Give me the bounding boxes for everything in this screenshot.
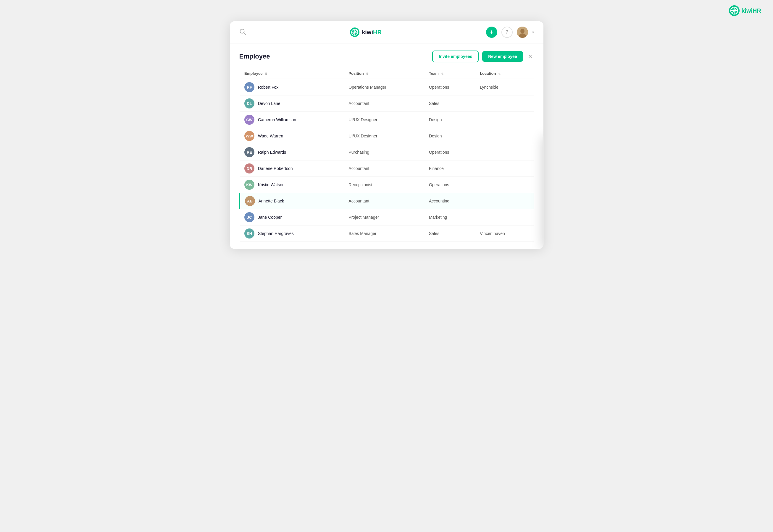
employee-team: Sales: [424, 95, 475, 112]
svg-line-7: [244, 33, 246, 35]
sort-icon-team[interactable]: ⇅: [441, 72, 443, 75]
col-position: Position ⇅: [344, 68, 424, 79]
employee-location: Lynchside: [475, 79, 534, 95]
col-location: Location ⇅: [475, 68, 534, 79]
employee-name: Jane Cooper: [258, 215, 282, 220]
employee-name: Darlene Robertson: [258, 166, 293, 171]
employee-location: [475, 112, 534, 128]
top-bar: kiwiHR: [0, 0, 773, 21]
employee-team: Operations: [424, 144, 475, 160]
sort-icon-employee[interactable]: ⇅: [265, 72, 267, 75]
employee-team: Design: [424, 112, 475, 128]
employee-position: Purchasing: [344, 144, 424, 160]
table-row[interactable]: SH Stephan Hargraves Sales ManagerSalesV…: [240, 226, 534, 242]
employee-name-cell: CW Cameron Williamson: [240, 112, 344, 128]
employee-name: Stephan Hargraves: [258, 231, 294, 236]
employee-avatar: SH: [244, 228, 255, 239]
employee-avatar: RF: [244, 82, 255, 92]
employee-name: Robert Fox: [258, 85, 278, 90]
col-employee: Employee ⇅: [240, 68, 344, 79]
table-row[interactable]: DR Darlene Robertson AccountantFinance: [240, 160, 534, 177]
employee-position: Recepcionist: [344, 177, 424, 193]
table-row[interactable]: CW Cameron Williamson UI/UX DesignerDesi…: [240, 112, 534, 128]
employee-team: Operations: [424, 79, 475, 95]
employee-position: Accountant: [344, 160, 424, 177]
employee-name-cell: JC Jane Cooper: [240, 209, 344, 226]
employee-name-cell: DR Darlene Robertson: [240, 160, 344, 177]
employee-name-cell: KW Kristin Watson: [240, 177, 344, 193]
top-logo: kiwiHR: [729, 5, 761, 16]
employee-avatar: DL: [244, 98, 255, 108]
employee-name: Cameron Williamson: [258, 117, 296, 122]
logo-bold: kiwi: [741, 7, 753, 14]
table-row[interactable]: AB Annette Black AccountantAccounting An…: [240, 193, 534, 209]
employee-location: [475, 177, 534, 193]
table-row[interactable]: RF Robert Fox Operations ManagerOperatio…: [240, 79, 534, 95]
svg-point-15: [520, 29, 524, 33]
employee-team: Finance: [424, 160, 475, 177]
table-row[interactable]: DL Devon Lane AccountantSales: [240, 95, 534, 112]
employee-position: UI/UX Designer: [344, 112, 424, 128]
help-button[interactable]: ?: [501, 27, 513, 38]
table-row[interactable]: RE Ralph Edwards PurchasingOperations: [240, 144, 534, 160]
employee-location: [475, 144, 534, 160]
table-row[interactable]: KW Kristin Watson RecepcionistOperations: [240, 177, 534, 193]
header-logo-accent: HR: [373, 29, 382, 35]
header-logo-text: kiwiHR: [362, 29, 382, 36]
employee-position: Accountant: [344, 193, 424, 209]
employee-position: Project Manager: [344, 209, 424, 226]
section-title: Employee: [239, 53, 270, 60]
employee-avatar: KW: [244, 180, 255, 190]
employee-avatar: DR: [244, 163, 255, 173]
app-window: kiwiHR + ? ▾ Employee Inv: [230, 21, 543, 249]
employee-avatar: CW: [244, 115, 255, 125]
employee-team: Design: [424, 128, 475, 144]
employee-name-cell: AB Annette Black: [240, 193, 344, 209]
employee-name-cell: WW Wade Warren: [240, 128, 344, 144]
search-icon[interactable]: [239, 28, 246, 36]
employee-location: [475, 95, 534, 112]
table-row[interactable]: JC Jane Cooper Project ManagerMarketing: [240, 209, 534, 226]
invite-employees-button[interactable]: Invite employees: [432, 51, 479, 62]
employee-avatar: WW: [244, 131, 255, 141]
employee-name: Ralph Edwards: [258, 150, 286, 155]
employee-avatar: RE: [244, 147, 255, 157]
kiwi-logo-icon-top: [729, 5, 740, 16]
sort-icon-position[interactable]: ⇅: [366, 72, 368, 75]
employee-name-cell: DL Devon Lane: [240, 95, 344, 112]
close-button[interactable]: ✕: [526, 52, 534, 61]
table-row[interactable]: WW Wade Warren UI/UX DesignerDesign: [240, 128, 534, 144]
top-logo-text: kiwiHR: [741, 7, 761, 14]
employee-position: UI/UX Designer: [344, 128, 424, 144]
kiwi-logo-icon: [350, 27, 359, 37]
new-employee-button[interactable]: New employee: [482, 51, 523, 62]
user-avatar[interactable]: [517, 27, 528, 38]
header-buttons: Invite employees New employee ✕: [432, 51, 534, 62]
help-icon: ?: [505, 30, 508, 35]
employee-name: Devon Lane: [258, 101, 281, 106]
employee-table: Employee ⇅ Position ⇅ Team ⇅ Location ⇅: [239, 68, 534, 242]
employee-team: Sales: [424, 226, 475, 242]
employee-position: Sales Manager: [344, 226, 424, 242]
employee-name-cell: SH Stephan Hargraves: [240, 226, 344, 242]
employee-location: [475, 160, 534, 177]
employee-name: Kristin Watson: [258, 182, 285, 187]
col-team: Team ⇅: [424, 68, 475, 79]
employee-position: Operations Manager: [344, 79, 424, 95]
employee-section: Employee Invite employees New employee ✕…: [230, 43, 543, 249]
user-menu-chevron[interactable]: ▾: [532, 30, 534, 34]
employee-name-cell: RF Robert Fox: [240, 79, 344, 95]
employee-name: Wade Warren: [258, 134, 283, 138]
logo-accent: HR: [753, 7, 761, 14]
table-header-row: Employee ⇅ Position ⇅ Team ⇅ Location ⇅: [240, 68, 534, 79]
sort-icon-location[interactable]: ⇅: [498, 72, 500, 75]
employee-popup-card: Annette Black Accountant, Accounting WOR…: [543, 134, 543, 246]
employee-location: [475, 209, 534, 226]
employee-team: Operations: [424, 177, 475, 193]
employee-name-cell: RE Ralph Edwards: [240, 144, 344, 160]
add-icon: +: [490, 28, 493, 36]
employee-avatar: JC: [244, 212, 255, 222]
add-button[interactable]: +: [486, 27, 497, 38]
employee-location: [475, 128, 534, 144]
employee-avatar: AB: [245, 196, 255, 206]
